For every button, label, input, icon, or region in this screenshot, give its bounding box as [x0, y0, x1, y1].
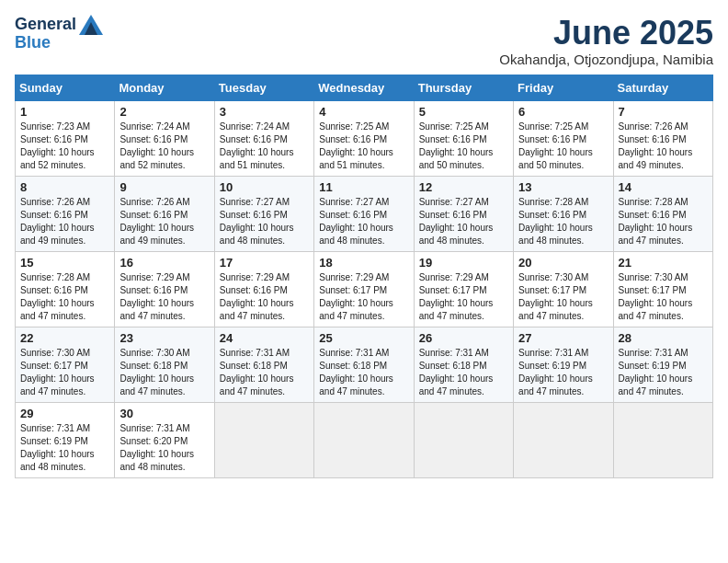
- location-subtitle: Okahandja, Otjozondjupa, Namibia: [499, 52, 713, 67]
- day-number: 14: [619, 180, 708, 194]
- table-row: 29 Sunrise: 7:31 AMSunset: 6:19 PMDaylig…: [16, 402, 115, 477]
- day-info: Sunrise: 7:31 AMSunset: 6:19 PMDaylight:…: [518, 348, 593, 396]
- day-info: Sunrise: 7:24 AMSunset: 6:16 PMDaylight:…: [220, 121, 294, 170]
- day-number: 18: [319, 256, 408, 270]
- col-monday: Monday: [115, 75, 214, 100]
- calendar-week-row: 22 Sunrise: 7:30 AMSunset: 6:17 PMDaylig…: [16, 327, 713, 402]
- day-number: 29: [20, 407, 109, 420]
- day-info: Sunrise: 7:26 AMSunset: 6:16 PMDaylight:…: [20, 197, 95, 246]
- col-sunday: Sunday: [16, 75, 115, 100]
- day-number: 15: [20, 256, 109, 270]
- day-info: Sunrise: 7:23 AMSunset: 6:16 PMDaylight:…: [20, 121, 95, 170]
- day-number: 4: [319, 105, 408, 119]
- day-info: Sunrise: 7:29 AMSunset: 6:16 PMDaylight:…: [119, 272, 194, 321]
- day-number: 11: [319, 180, 408, 194]
- table-row: 7 Sunrise: 7:26 AMSunset: 6:16 PMDayligh…: [613, 100, 712, 176]
- day-info: Sunrise: 7:28 AMSunset: 6:16 PMDaylight:…: [518, 197, 593, 246]
- table-row: [613, 402, 712, 477]
- logo-general: General: [15, 16, 76, 34]
- day-number: 20: [518, 256, 608, 270]
- day-info: Sunrise: 7:27 AMSunset: 6:16 PMDaylight:…: [419, 197, 494, 246]
- day-info: Sunrise: 7:29 AMSunset: 6:16 PMDaylight:…: [220, 272, 294, 321]
- day-info: Sunrise: 7:31 AMSunset: 6:19 PMDaylight:…: [20, 423, 95, 472]
- day-info: Sunrise: 7:31 AMSunset: 6:18 PMDaylight:…: [419, 348, 494, 396]
- day-info: Sunrise: 7:30 AMSunset: 6:17 PMDaylight:…: [20, 348, 95, 396]
- day-info: Sunrise: 7:29 AMSunset: 6:17 PMDaylight:…: [319, 272, 393, 321]
- day-number: 13: [518, 180, 608, 194]
- day-number: 2: [119, 105, 209, 119]
- calendar-week-row: 29 Sunrise: 7:31 AMSunset: 6:19 PMDaylig…: [16, 402, 713, 477]
- day-number: 23: [119, 331, 209, 345]
- day-info: Sunrise: 7:30 AMSunset: 6:17 PMDaylight:…: [518, 272, 593, 321]
- table-row: 20 Sunrise: 7:30 AMSunset: 6:17 PMDaylig…: [514, 251, 613, 327]
- day-number: 25: [319, 331, 408, 345]
- logo-blue: Blue: [15, 33, 103, 52]
- day-info: Sunrise: 7:27 AMSunset: 6:16 PMDaylight:…: [319, 197, 393, 246]
- table-row: 5 Sunrise: 7:25 AMSunset: 6:16 PMDayligh…: [414, 100, 513, 176]
- day-number: 10: [220, 180, 309, 194]
- calendar-week-row: 15 Sunrise: 7:28 AMSunset: 6:16 PMDaylig…: [16, 251, 713, 327]
- calendar-week-row: 1 Sunrise: 7:23 AMSunset: 6:16 PMDayligh…: [16, 100, 713, 176]
- table-row: 27 Sunrise: 7:31 AMSunset: 6:19 PMDaylig…: [514, 327, 613, 402]
- table-row: 8 Sunrise: 7:26 AMSunset: 6:16 PMDayligh…: [16, 176, 115, 251]
- day-info: Sunrise: 7:25 AMSunset: 6:16 PMDaylight:…: [518, 121, 593, 170]
- table-row: 10 Sunrise: 7:27 AMSunset: 6:16 PMDaylig…: [214, 176, 313, 251]
- day-number: 21: [619, 256, 708, 270]
- day-info: Sunrise: 7:31 AMSunset: 6:18 PMDaylight:…: [319, 348, 393, 396]
- table-row: 14 Sunrise: 7:28 AMSunset: 6:16 PMDaylig…: [613, 176, 712, 251]
- day-number: 1: [20, 105, 109, 119]
- table-row: [514, 402, 613, 477]
- day-info: Sunrise: 7:25 AMSunset: 6:16 PMDaylight:…: [419, 121, 494, 170]
- col-friday: Friday: [514, 75, 613, 100]
- day-info: Sunrise: 7:27 AMSunset: 6:16 PMDaylight:…: [220, 197, 294, 246]
- day-number: 17: [220, 256, 309, 270]
- table-row: 15 Sunrise: 7:28 AMSunset: 6:16 PMDaylig…: [16, 251, 115, 327]
- day-number: 30: [119, 407, 209, 420]
- day-number: 19: [419, 256, 508, 270]
- table-row: 21 Sunrise: 7:30 AMSunset: 6:17 PMDaylig…: [613, 251, 712, 327]
- day-number: 22: [20, 331, 109, 345]
- day-info: Sunrise: 7:30 AMSunset: 6:18 PMDaylight:…: [119, 348, 194, 396]
- day-info: Sunrise: 7:29 AMSunset: 6:17 PMDaylight:…: [419, 272, 494, 321]
- day-info: Sunrise: 7:28 AMSunset: 6:16 PMDaylight:…: [20, 272, 95, 321]
- table-row: 13 Sunrise: 7:28 AMSunset: 6:16 PMDaylig…: [514, 176, 613, 251]
- table-row: 9 Sunrise: 7:26 AMSunset: 6:16 PMDayligh…: [115, 176, 214, 251]
- logo: General Blue: [15, 15, 103, 52]
- table-row: 28 Sunrise: 7:31 AMSunset: 6:19 PMDaylig…: [613, 327, 712, 402]
- logo-icon: [79, 15, 103, 35]
- day-info: Sunrise: 7:26 AMSunset: 6:16 PMDaylight:…: [119, 197, 194, 246]
- table-row: 4 Sunrise: 7:25 AMSunset: 6:16 PMDayligh…: [314, 100, 414, 176]
- table-row: 18 Sunrise: 7:29 AMSunset: 6:17 PMDaylig…: [314, 251, 414, 327]
- day-number: 28: [619, 331, 708, 345]
- table-row: 22 Sunrise: 7:30 AMSunset: 6:17 PMDaylig…: [16, 327, 115, 402]
- table-row: [214, 402, 313, 477]
- day-info: Sunrise: 7:30 AMSunset: 6:17 PMDaylight:…: [619, 272, 693, 321]
- table-row: 12 Sunrise: 7:27 AMSunset: 6:16 PMDaylig…: [414, 176, 513, 251]
- day-number: 3: [220, 105, 309, 119]
- col-thursday: Thursday: [414, 75, 513, 100]
- table-row: 17 Sunrise: 7:29 AMSunset: 6:16 PMDaylig…: [214, 251, 313, 327]
- day-number: 26: [419, 331, 508, 345]
- calendar-header-row: Sunday Monday Tuesday Wednesday Thursday…: [16, 75, 713, 100]
- page-header: General Blue June 2025 Okahandja, Otjozo…: [15, 15, 713, 67]
- col-tuesday: Tuesday: [214, 75, 313, 100]
- day-number: 27: [518, 331, 608, 345]
- day-number: 9: [119, 180, 209, 194]
- day-number: 8: [20, 180, 109, 194]
- col-wednesday: Wednesday: [314, 75, 414, 100]
- day-number: 6: [518, 105, 608, 119]
- table-row: 6 Sunrise: 7:25 AMSunset: 6:16 PMDayligh…: [514, 100, 613, 176]
- table-row: 16 Sunrise: 7:29 AMSunset: 6:16 PMDaylig…: [115, 251, 214, 327]
- calendar-week-row: 8 Sunrise: 7:26 AMSunset: 6:16 PMDayligh…: [16, 176, 713, 251]
- day-info: Sunrise: 7:26 AMSunset: 6:16 PMDaylight:…: [619, 121, 693, 170]
- table-row: 26 Sunrise: 7:31 AMSunset: 6:18 PMDaylig…: [414, 327, 513, 402]
- table-row: [414, 402, 513, 477]
- day-number: 24: [220, 331, 309, 345]
- table-row: 3 Sunrise: 7:24 AMSunset: 6:16 PMDayligh…: [214, 100, 313, 176]
- day-number: 12: [419, 180, 508, 194]
- day-info: Sunrise: 7:31 AMSunset: 6:18 PMDaylight:…: [220, 348, 294, 396]
- day-info: Sunrise: 7:31 AMSunset: 6:19 PMDaylight:…: [619, 348, 693, 396]
- day-info: Sunrise: 7:28 AMSunset: 6:16 PMDaylight:…: [619, 197, 693, 246]
- col-saturday: Saturday: [613, 75, 712, 100]
- day-info: Sunrise: 7:31 AMSunset: 6:20 PMDaylight:…: [119, 423, 194, 472]
